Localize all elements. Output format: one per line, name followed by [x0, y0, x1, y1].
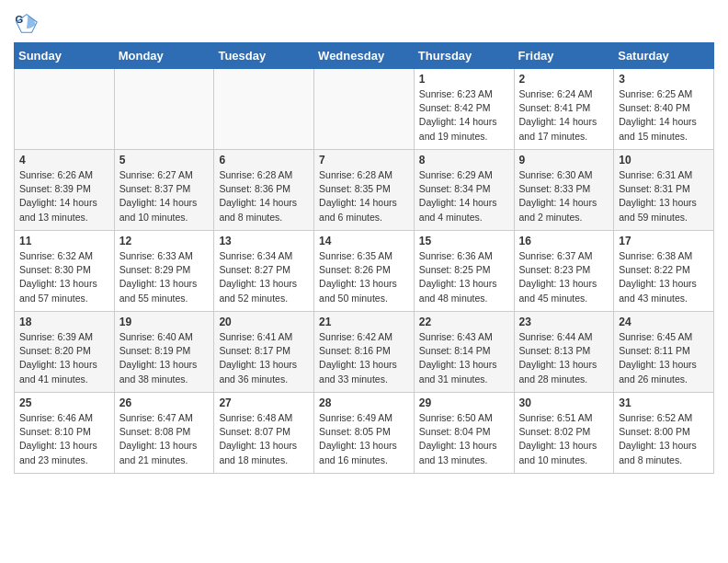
day-info: Sunrise: 6:37 AM Sunset: 8:23 PM Dayligh… — [519, 249, 609, 305]
day-info: Sunrise: 6:42 AM Sunset: 8:16 PM Dayligh… — [319, 330, 409, 386]
day-number: 14 — [319, 235, 409, 247]
calendar-cell: 5Sunrise: 6:27 AM Sunset: 8:37 PM Daylig… — [114, 150, 214, 231]
calendar-cell: 25Sunrise: 6:46 AM Sunset: 8:10 PM Dayli… — [15, 393, 115, 474]
day-number: 23 — [519, 316, 609, 328]
weekday-header: Monday — [114, 43, 214, 69]
day-info: Sunrise: 6:34 AM Sunset: 8:27 PM Dayligh… — [219, 249, 309, 305]
calendar-cell: 10Sunrise: 6:31 AM Sunset: 8:31 PM Dayli… — [614, 150, 714, 231]
day-info: Sunrise: 6:43 AM Sunset: 8:14 PM Dayligh… — [419, 330, 509, 386]
day-number: 25 — [19, 396, 109, 409]
weekday-header: Saturday — [614, 43, 714, 69]
day-number: 6 — [219, 154, 309, 167]
day-info: Sunrise: 6:33 AM Sunset: 8:29 PM Dayligh… — [119, 249, 210, 305]
calendar-cell: 4Sunrise: 6:26 AM Sunset: 8:39 PM Daylig… — [15, 150, 115, 231]
day-info: Sunrise: 6:32 AM Sunset: 8:30 PM Dayligh… — [19, 249, 109, 305]
day-info: Sunrise: 6:51 AM Sunset: 8:02 PM Dayligh… — [519, 411, 609, 467]
day-number: 16 — [519, 235, 609, 247]
calendar-cell: 30Sunrise: 6:51 AM Sunset: 8:02 PM Dayli… — [514, 393, 614, 474]
day-number: 29 — [419, 396, 509, 409]
day-info: Sunrise: 6:24 AM Sunset: 8:41 PM Dayligh… — [519, 87, 609, 144]
day-number: 17 — [619, 235, 709, 247]
day-number: 7 — [319, 154, 409, 167]
calendar-cell: 11Sunrise: 6:32 AM Sunset: 8:30 PM Dayli… — [15, 231, 115, 312]
day-number: 11 — [19, 235, 109, 247]
calendar-table: SundayMondayTuesdayWednesdayThursdayFrid… — [14, 42, 714, 474]
day-number: 15 — [419, 235, 509, 247]
day-info: Sunrise: 6:27 AM Sunset: 8:37 PM Dayligh… — [119, 168, 210, 224]
day-number: 12 — [119, 235, 210, 247]
day-info: Sunrise: 6:31 AM Sunset: 8:31 PM Dayligh… — [619, 168, 709, 224]
calendar-cell: 8Sunrise: 6:29 AM Sunset: 8:34 PM Daylig… — [414, 150, 514, 231]
day-number: 2 — [519, 73, 609, 86]
day-number: 8 — [419, 154, 509, 167]
day-number: 19 — [119, 316, 210, 328]
day-info: Sunrise: 6:45 AM Sunset: 8:11 PM Dayligh… — [619, 330, 709, 386]
day-info: Sunrise: 6:25 AM Sunset: 8:40 PM Dayligh… — [619, 87, 709, 144]
day-info: Sunrise: 6:28 AM Sunset: 8:36 PM Dayligh… — [219, 168, 309, 224]
weekday-header: Thursday — [414, 43, 514, 69]
calendar-cell — [214, 69, 314, 150]
day-info: Sunrise: 6:36 AM Sunset: 8:25 PM Dayligh… — [419, 249, 509, 305]
day-info: Sunrise: 6:49 AM Sunset: 8:05 PM Dayligh… — [319, 411, 409, 467]
calendar-cell: 26Sunrise: 6:47 AM Sunset: 8:08 PM Dayli… — [114, 393, 214, 474]
day-info: Sunrise: 6:30 AM Sunset: 8:33 PM Dayligh… — [519, 168, 609, 224]
day-number: 9 — [519, 154, 609, 167]
calendar-cell: 15Sunrise: 6:36 AM Sunset: 8:25 PM Dayli… — [414, 231, 514, 312]
day-number: 31 — [619, 396, 709, 409]
calendar-cell: 2Sunrise: 6:24 AM Sunset: 8:41 PM Daylig… — [514, 69, 614, 150]
calendar-cell: 18Sunrise: 6:39 AM Sunset: 8:20 PM Dayli… — [15, 312, 115, 393]
day-info: Sunrise: 6:46 AM Sunset: 8:10 PM Dayligh… — [19, 411, 109, 467]
calendar-cell — [15, 69, 115, 150]
calendar-cell: 22Sunrise: 6:43 AM Sunset: 8:14 PM Dayli… — [414, 312, 514, 393]
weekday-header: Wednesday — [314, 43, 415, 69]
day-number: 13 — [219, 235, 309, 247]
day-number: 20 — [219, 316, 309, 328]
day-number: 21 — [319, 316, 409, 328]
calendar-cell: 1Sunrise: 6:23 AM Sunset: 8:42 PM Daylig… — [414, 69, 514, 150]
calendar-cell: 7Sunrise: 6:28 AM Sunset: 8:35 PM Daylig… — [314, 150, 415, 231]
day-info: Sunrise: 6:29 AM Sunset: 8:34 PM Dayligh… — [419, 168, 509, 224]
calendar-cell: 27Sunrise: 6:48 AM Sunset: 8:07 PM Dayli… — [214, 393, 314, 474]
weekday-header: Friday — [514, 43, 614, 69]
calendar-week-row: 11Sunrise: 6:32 AM Sunset: 8:30 PM Dayli… — [15, 231, 714, 312]
day-info: Sunrise: 6:52 AM Sunset: 8:00 PM Dayligh… — [619, 411, 709, 467]
calendar-cell: 21Sunrise: 6:42 AM Sunset: 8:16 PM Dayli… — [314, 312, 415, 393]
calendar-cell: 17Sunrise: 6:38 AM Sunset: 8:22 PM Dayli… — [614, 231, 714, 312]
calendar-week-row: 25Sunrise: 6:46 AM Sunset: 8:10 PM Dayli… — [15, 393, 714, 474]
header: G — [14, 9, 714, 35]
day-info: Sunrise: 6:40 AM Sunset: 8:19 PM Dayligh… — [119, 330, 210, 386]
day-info: Sunrise: 6:35 AM Sunset: 8:26 PM Dayligh… — [319, 249, 409, 305]
weekday-header: Sunday — [15, 43, 115, 69]
day-info: Sunrise: 6:41 AM Sunset: 8:17 PM Dayligh… — [219, 330, 309, 386]
day-number: 5 — [119, 154, 210, 167]
day-number: 30 — [519, 396, 609, 409]
calendar-cell — [314, 69, 415, 150]
day-info: Sunrise: 6:44 AM Sunset: 8:13 PM Dayligh… — [519, 330, 609, 386]
calendar-cell: 23Sunrise: 6:44 AM Sunset: 8:13 PM Dayli… — [514, 312, 614, 393]
weekday-header: Tuesday — [214, 43, 314, 69]
calendar-cell: 9Sunrise: 6:30 AM Sunset: 8:33 PM Daylig… — [514, 150, 614, 231]
calendar-cell: 24Sunrise: 6:45 AM Sunset: 8:11 PM Dayli… — [614, 312, 714, 393]
calendar-cell: 29Sunrise: 6:50 AM Sunset: 8:04 PM Dayli… — [414, 393, 514, 474]
logo: G — [14, 9, 43, 35]
day-number: 26 — [119, 396, 210, 409]
day-number: 3 — [619, 73, 709, 86]
calendar-cell: 13Sunrise: 6:34 AM Sunset: 8:27 PM Dayli… — [214, 231, 314, 312]
day-number: 10 — [619, 154, 709, 167]
logo-icon: G — [14, 9, 40, 35]
day-info: Sunrise: 6:38 AM Sunset: 8:22 PM Dayligh… — [619, 249, 709, 305]
day-number: 24 — [619, 316, 709, 328]
calendar-cell: 3Sunrise: 6:25 AM Sunset: 8:40 PM Daylig… — [614, 69, 714, 150]
calendar-week-row: 4Sunrise: 6:26 AM Sunset: 8:39 PM Daylig… — [15, 150, 714, 231]
calendar-week-row: 18Sunrise: 6:39 AM Sunset: 8:20 PM Dayli… — [15, 312, 714, 393]
day-info: Sunrise: 6:28 AM Sunset: 8:35 PM Dayligh… — [319, 168, 409, 224]
calendar-cell: 16Sunrise: 6:37 AM Sunset: 8:23 PM Dayli… — [514, 231, 614, 312]
day-number: 4 — [19, 154, 109, 167]
calendar-cell: 6Sunrise: 6:28 AM Sunset: 8:36 PM Daylig… — [214, 150, 314, 231]
day-info: Sunrise: 6:26 AM Sunset: 8:39 PM Dayligh… — [19, 168, 109, 224]
calendar-cell: 28Sunrise: 6:49 AM Sunset: 8:05 PM Dayli… — [314, 393, 415, 474]
calendar-cell: 20Sunrise: 6:41 AM Sunset: 8:17 PM Dayli… — [214, 312, 314, 393]
day-info: Sunrise: 6:47 AM Sunset: 8:08 PM Dayligh… — [119, 411, 210, 467]
day-info: Sunrise: 6:50 AM Sunset: 8:04 PM Dayligh… — [419, 411, 509, 467]
calendar-cell — [114, 69, 214, 150]
